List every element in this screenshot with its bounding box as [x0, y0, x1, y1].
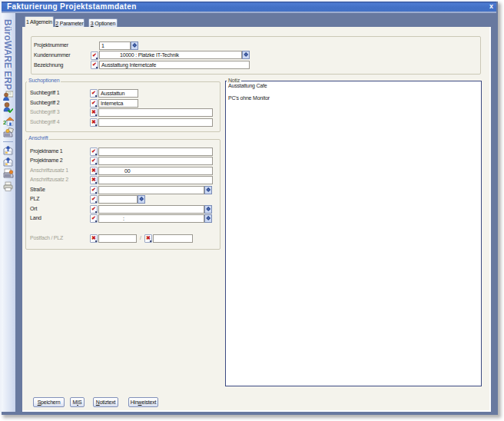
svg-text:2: 2: [3, 119, 7, 126]
